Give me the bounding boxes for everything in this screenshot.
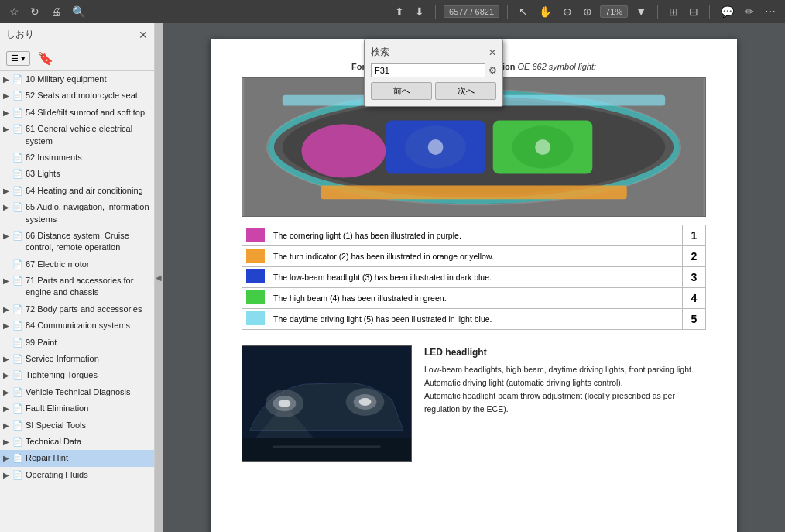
pen-icon[interactable]: ✏ bbox=[742, 4, 757, 19]
hand-icon[interactable]: ✋ bbox=[536, 4, 555, 19]
sidebar-item-item-84[interactable]: ▶📄84 Communication systems bbox=[0, 317, 154, 334]
sidebar-collapse-handle[interactable]: ◀ bbox=[155, 23, 163, 532]
sidebar-arrow-icon: ▶ bbox=[3, 276, 12, 287]
pdf-page: For example G01 front light combination … bbox=[211, 39, 737, 532]
sidebar-item-item-52[interactable]: ▶📄52 Seats and motorcycle seat bbox=[0, 88, 154, 104]
sidebar-page-icon: 📄 bbox=[12, 275, 23, 287]
search-row: ⚙ bbox=[371, 63, 496, 77]
sidebar-item-item-65[interactable]: ▶📄65 Audio, navigation, information syst… bbox=[0, 199, 154, 228]
color-table-row: The high beam (4) has been illustrated i… bbox=[242, 288, 706, 309]
sidebar-item-item-99[interactable]: 📄99 Paint bbox=[0, 335, 154, 351]
color-description-cell: The turn indicator (2) has been illustra… bbox=[269, 246, 683, 267]
sidebar-item-item-operating[interactable]: ▶📄Operating Fluids bbox=[0, 467, 154, 483]
sidebar-arrow-icon: ▶ bbox=[3, 124, 12, 135]
download-icon[interactable]: ⬇ bbox=[412, 4, 427, 19]
color-table-row: The turn indicator (2) has been illustra… bbox=[242, 246, 706, 267]
sidebar-item-label: 99 Paint bbox=[26, 337, 151, 348]
zoom-out-icon[interactable]: ⊖ bbox=[560, 4, 575, 19]
sidebar-arrow-icon: ▶ bbox=[3, 354, 12, 365]
search-buttons: 前へ 次へ bbox=[371, 82, 496, 100]
sidebar-item-item-technical[interactable]: ▶📄Technical Data bbox=[0, 434, 154, 450]
upload-icon[interactable]: ⬆ bbox=[392, 4, 407, 19]
sidebar-item-item-64[interactable]: ▶📄64 Heating and air conditioning bbox=[0, 183, 154, 199]
sidebar: しおり ✕ ☰ ▾ 🔖 ▶📄10 Military equipment▶📄52 … bbox=[0, 23, 155, 532]
sidebar-item-item-71[interactable]: ▶📄71 Parts and accessories for engine an… bbox=[0, 273, 154, 301]
color-description-cell: The daytime driving light (5) has been i… bbox=[269, 309, 683, 330]
sidebar-page-icon: 📄 bbox=[12, 320, 23, 331]
sidebar-item-item-service[interactable]: ▶📄Service Information bbox=[0, 351, 154, 367]
sidebar-item-item-military[interactable]: ▶📄10 Military equipment bbox=[0, 71, 154, 88]
main-area: しおり ✕ ☰ ▾ 🔖 ▶📄10 Military equipment▶📄52 … bbox=[0, 23, 785, 532]
sidebar-item-label: 71 Parts and accessories for engine and … bbox=[26, 275, 151, 299]
pdf-area[interactable]: 検索 ✕ ⚙ 前へ 次へ For example G01 front light… bbox=[163, 23, 785, 532]
reload-icon[interactable]: ↻ bbox=[27, 4, 43, 19]
sidebar-item-label: Fault Elimination bbox=[26, 403, 151, 414]
sidebar-item-item-fault[interactable]: ▶📄Fault Elimination bbox=[0, 400, 154, 417]
sidebar-menu-button[interactable]: ☰ ▾ bbox=[6, 51, 30, 66]
sidebar-item-item-62[interactable]: 📄62 Instruments bbox=[0, 149, 154, 166]
sidebar-item-label: Technical Data bbox=[26, 436, 151, 448]
more-icon[interactable]: ⋯ bbox=[762, 4, 779, 19]
sidebar-item-item-tightening[interactable]: ▶📄Tightening Torques bbox=[0, 367, 154, 383]
sidebar-item-item-72[interactable]: ▶📄72 Body parts and accessories bbox=[0, 301, 154, 317]
sidebar-item-label: SI Special Tools bbox=[26, 420, 151, 431]
color-legend-table: The cornering light (1) has been illustr… bbox=[242, 225, 706, 330]
sidebar-item-label: Operating Fluids bbox=[26, 469, 151, 481]
sidebar-arrow-icon: ▶ bbox=[3, 321, 12, 331]
sidebar-item-label: 84 Communication systems bbox=[26, 320, 151, 331]
color-number-cell: 3 bbox=[683, 267, 706, 288]
print-icon[interactable]: 🖨 bbox=[47, 4, 64, 19]
sidebar-close-button[interactable]: ✕ bbox=[139, 29, 148, 41]
search-prev-button[interactable]: 前へ bbox=[371, 82, 432, 100]
sidebar-item-item-61[interactable]: ▶📄61 General vehicle electrical system bbox=[0, 121, 154, 149]
zoom-dropdown-icon[interactable]: ▼ bbox=[632, 4, 650, 19]
color-table-row: The cornering light (1) has been illustr… bbox=[242, 225, 706, 246]
sidebar-arrow-icon: ▶ bbox=[3, 202, 12, 213]
comment-icon[interactable]: 💬 bbox=[718, 4, 737, 19]
color-number-cell: 2 bbox=[683, 246, 706, 267]
led-car-svg bbox=[242, 345, 411, 462]
two-page-icon[interactable]: ⊟ bbox=[686, 4, 701, 19]
sidebar-item-item-63[interactable]: 📄63 Lights bbox=[0, 166, 154, 182]
color-number-cell: 4 bbox=[683, 288, 706, 309]
color-swatch-cell bbox=[242, 288, 269, 309]
svg-rect-7 bbox=[321, 185, 627, 199]
sidebar-item-item-special[interactable]: ▶📄SI Special Tools bbox=[0, 417, 154, 434]
search-dialog: 検索 ✕ ⚙ 前へ 次へ bbox=[364, 39, 503, 107]
bookmark-icon[interactable]: ☆ bbox=[6, 4, 22, 19]
sidebar-item-label: 52 Seats and motorcycle seat bbox=[26, 90, 151, 101]
sidebar-item-item-54[interactable]: ▶📄54 Slide/tilt sunroof and soft top bbox=[0, 105, 154, 121]
search-dialog-close-button[interactable]: ✕ bbox=[488, 47, 496, 58]
sidebar-arrow-icon: ▶ bbox=[3, 403, 12, 414]
search-toolbar-icon[interactable]: 🔍 bbox=[69, 4, 88, 19]
sidebar-arrow-icon: ▶ bbox=[3, 387, 12, 398]
cursor-icon[interactable]: ↖ bbox=[516, 4, 531, 19]
thumbnail-icon[interactable]: ⊞ bbox=[666, 4, 681, 19]
svg-point-19 bbox=[359, 398, 372, 406]
sidebar-item-item-repair[interactable]: ▶📄Repair Hint bbox=[0, 450, 154, 466]
color-number-cell: 1 bbox=[683, 225, 706, 246]
sidebar-item-item-66[interactable]: ▶📄66 Distance system, Cruise control, re… bbox=[0, 228, 154, 256]
search-next-button[interactable]: 次へ bbox=[435, 82, 496, 100]
led-desc-2: Automatic driving light (automatic drivi… bbox=[424, 376, 706, 390]
sidebar-page-icon: 📄 bbox=[12, 123, 23, 135]
color-description-cell: The low-beam headlight (3) has been illu… bbox=[269, 267, 683, 288]
sidebar-page-icon: 📄 bbox=[12, 337, 23, 348]
sidebar-page-icon: 📄 bbox=[12, 469, 23, 481]
sidebar-page-icon: 📄 bbox=[12, 230, 23, 242]
search-input[interactable] bbox=[371, 63, 485, 77]
sidebar-list: ▶📄10 Military equipment▶📄52 Seats and mo… bbox=[0, 71, 154, 532]
sidebar-bookmark-icon[interactable]: 🔖 bbox=[35, 50, 57, 67]
search-settings-icon[interactable]: ⚙ bbox=[488, 65, 497, 76]
sidebar-title: しおり bbox=[6, 28, 34, 41]
svg-point-12 bbox=[535, 139, 550, 155]
color-swatch bbox=[246, 269, 265, 283]
search-dialog-header: 検索 ✕ bbox=[371, 46, 496, 59]
sidebar-item-item-vehicle-diag[interactable]: ▶📄Vehicle Technical Diagnosis bbox=[0, 384, 154, 400]
sidebar-page-icon: 📄 bbox=[12, 436, 23, 448]
led-description: LED headlight Low-beam headlights, high … bbox=[424, 345, 706, 462]
sidebar-item-item-67[interactable]: 📄67 Electric motor bbox=[0, 256, 154, 273]
zoom-in-icon[interactable]: ⊕ bbox=[580, 4, 595, 19]
page-info[interactable]: 6577 / 6821 bbox=[444, 5, 499, 18]
zoom-level[interactable]: 71% bbox=[600, 5, 628, 18]
